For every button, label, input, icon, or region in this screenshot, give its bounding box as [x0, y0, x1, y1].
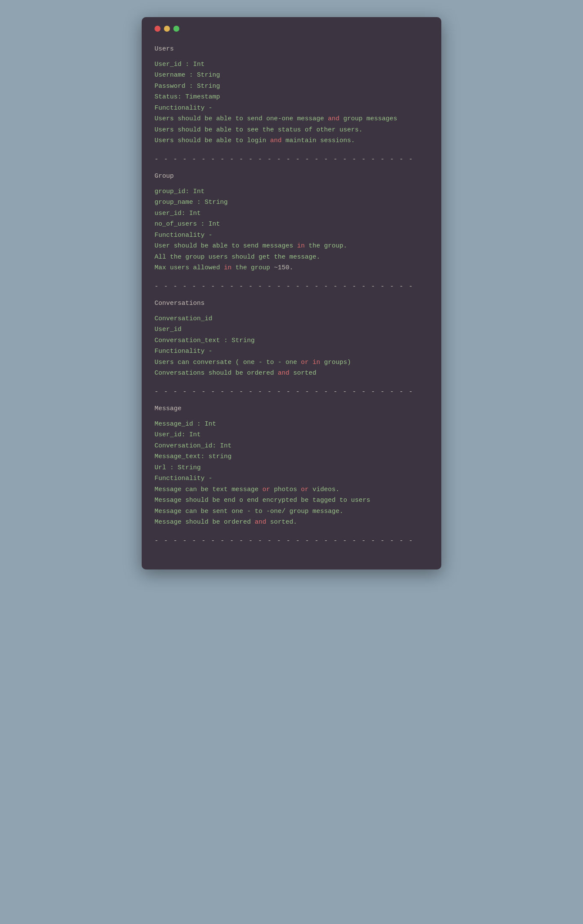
minimize-button[interactable]	[164, 26, 170, 32]
conv-and: and	[278, 370, 289, 377]
field-conv-user-id: User_id	[155, 324, 428, 335]
field-username: Username : String	[155, 70, 428, 81]
divider-1: - - - - - - - - - - - - - - - - - - - - …	[155, 154, 428, 165]
users-desc-3: Users should be able to login and mainta…	[155, 135, 428, 146]
group-section: Group group_id: Int group_name : String …	[155, 171, 428, 274]
conv-or: or	[301, 359, 309, 366]
msg-and: and	[255, 519, 266, 526]
field-group-user-id: user_id: Int	[155, 208, 428, 219]
msg-or-1: or	[262, 486, 270, 493]
code-content: Users User_id : Int Username : String Pa…	[155, 44, 428, 546]
message-desc-2: Message should be end o end encrypted be…	[155, 495, 428, 506]
divider-4: - - - - - - - - - - - - - - - - - - - - …	[155, 536, 428, 547]
group-in-1: in	[297, 242, 305, 250]
conversations-desc-2: Conversations should be ordered and sort…	[155, 368, 428, 379]
divider-3: - - - - - - - - - - - - - - - - - - - - …	[155, 387, 428, 398]
message-title: Message	[155, 403, 428, 414]
field-msg-conversation-id: Conversation_id: Int	[155, 441, 428, 452]
group-functionality-label: Functionality -	[155, 230, 428, 241]
terminal-window: Users User_id : Int Username : String Pa…	[142, 17, 441, 569]
field-conversation-text: Conversation_text : String	[155, 335, 428, 346]
group-max-users: ~150.	[274, 264, 293, 271]
field-group-name: group_name : String	[155, 197, 428, 208]
message-desc-1: Message can be text message or photos or…	[155, 484, 428, 495]
conversations-title: Conversations	[155, 298, 428, 309]
close-button[interactable]	[155, 26, 161, 32]
divider-2: - - - - - - - - - - - - - - - - - - - - …	[155, 281, 428, 292]
field-message-id: Message_id : Int	[155, 419, 428, 430]
field-url: Url : String	[155, 462, 428, 474]
field-password: Password : String	[155, 81, 428, 92]
users-functionality-label: Functionality -	[155, 103, 428, 114]
group-title: Group	[155, 171, 428, 182]
field-msg-user-id: User_id: Int	[155, 429, 428, 441]
conversations-section: Conversations Conversation_id User_id Co…	[155, 298, 428, 379]
users-title: Users	[155, 44, 428, 55]
users-and-2: and	[270, 137, 282, 144]
message-section: Message Message_id : Int User_id: Int Co…	[155, 403, 428, 528]
users-desc-2: Users should be able to see the status o…	[155, 125, 428, 136]
conversations-desc-1: Users can conversate ( one - to - one or…	[155, 357, 428, 368]
maximize-button[interactable]	[173, 26, 179, 32]
message-desc-3: Message can be sent one - to -one/ group…	[155, 506, 428, 517]
field-no-of-users: no_of_users : Int	[155, 219, 428, 230]
group-desc-3: Max users allowed in the group ~150.	[155, 262, 428, 274]
field-user-id: User_id : Int	[155, 59, 428, 70]
msg-or-2: or	[301, 486, 309, 493]
group-desc-1: User should be able to send messages in …	[155, 241, 428, 252]
group-in-2: in	[224, 264, 232, 271]
field-conversation-id: Conversation_id	[155, 313, 428, 325]
users-and-1: and	[328, 115, 339, 122]
field-status: Status: Timestamp	[155, 92, 428, 103]
message-functionality-label: Functionality -	[155, 473, 428, 484]
users-section: Users User_id : Int Username : String Pa…	[155, 44, 428, 146]
users-desc-1: Users should be able to send one-one mes…	[155, 113, 428, 125]
conversations-functionality-label: Functionality -	[155, 346, 428, 357]
message-desc-4: Message should be ordered and sorted.	[155, 517, 428, 528]
titlebar	[155, 26, 428, 32]
field-message-text: Message_text: string	[155, 451, 428, 462]
conv-in: in	[312, 359, 320, 366]
field-group-id: group_id: Int	[155, 186, 428, 197]
group-desc-2: All the group users should get the messa…	[155, 252, 428, 263]
